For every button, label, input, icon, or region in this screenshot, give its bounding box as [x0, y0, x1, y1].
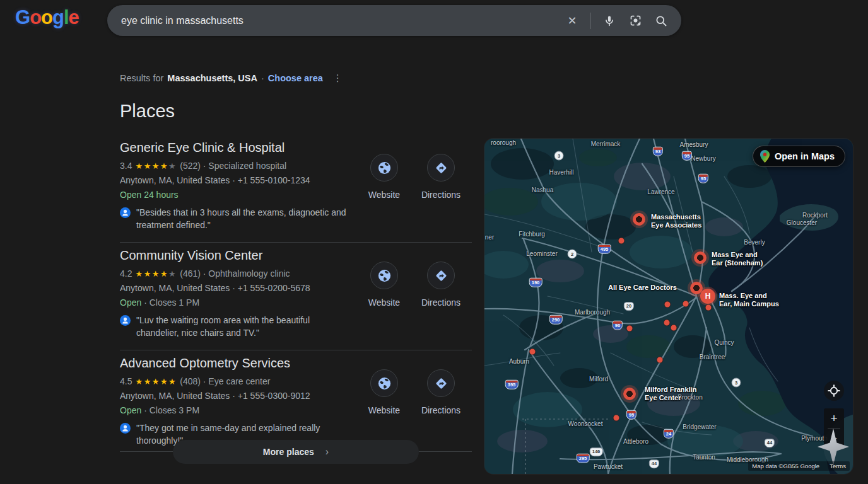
map-poi-label[interactable]: All Eye Care Doctors	[608, 284, 677, 292]
map-data-credit: Map data ©GB55 Google	[752, 463, 819, 470]
route-shield: 395	[505, 380, 519, 389]
map-poi-label[interactable]: Milford FranklinEye Center	[645, 386, 697, 402]
clear-icon[interactable]: ✕	[565, 13, 580, 28]
route-shield: 44	[765, 439, 775, 447]
hours-line: Open · Closes 1 PM	[120, 297, 352, 309]
more-options-icon[interactable]: ⋮	[333, 72, 343, 84]
google-logo[interactable]: Google	[15, 6, 79, 29]
map-marker[interactable]	[627, 326, 633, 331]
reviewer-avatar-icon	[120, 315, 131, 326]
map-panel[interactable]: rooroughMerrimackAmesburyNewburyHaverhil…	[484, 139, 853, 474]
website-button[interactable]: Website	[365, 262, 404, 308]
review-snippet: "Luv the waiting room area with the beau…	[136, 314, 351, 339]
logo-letter: l	[64, 6, 69, 28]
choose-area-link[interactable]: Choose area	[268, 73, 323, 83]
globe-icon	[370, 369, 398, 397]
place-title[interactable]: Community Vision Center	[120, 248, 352, 263]
route-shield: 44	[649, 459, 659, 468]
search-bar[interactable]: ✕	[107, 5, 681, 36]
rating-line: 4.5★★★★★(408) · Eye care center	[120, 376, 352, 388]
map-marker[interactable]	[657, 357, 663, 363]
map-city-label: Lawrence	[647, 188, 674, 195]
directions-icon	[427, 154, 455, 182]
route-shield: 95	[682, 151, 692, 161]
reviews-category: (408) · Eye care center	[180, 376, 270, 386]
map-city-label: ner	[485, 234, 494, 241]
route-shield: 295	[577, 454, 590, 463]
route-shield: 495	[598, 245, 611, 254]
maps-pin-icon	[760, 150, 770, 163]
search-input[interactable]	[121, 15, 565, 26]
rating-line: 4.2★★★★★(461) · Ophthalmology clinic	[120, 268, 352, 280]
map-city-label: Fitchburg	[519, 231, 545, 238]
my-location-icon	[828, 384, 840, 397]
route-shield: 146	[590, 447, 603, 456]
more-places-label: More places	[263, 447, 314, 457]
map-city-label: Attleboro	[623, 438, 648, 445]
reviews-category: (522) · Specialized hospital	[180, 161, 286, 171]
mic-icon[interactable]	[602, 13, 617, 28]
map-poi-label[interactable]: Mass. Eye andEar, Main Campus	[719, 292, 779, 308]
directions-button[interactable]: Directions	[421, 262, 460, 308]
open-status: Open 24 hours	[120, 190, 179, 200]
reviews-category: (461) · Ophthalmology clinic	[180, 268, 290, 279]
terms-link[interactable]: Terms	[830, 463, 846, 470]
rating-line: 3.4★★★★★(522) · Specialized hospital	[120, 160, 352, 172]
route-shield: 2	[568, 250, 577, 259]
map-marker[interactable]	[623, 388, 636, 400]
map-marker[interactable]: H	[700, 289, 715, 304]
map-city-label: Leominster	[526, 250, 557, 257]
globe-icon	[370, 262, 398, 289]
search-icon[interactable]	[654, 13, 669, 28]
directions-button[interactable]: Directions	[421, 154, 460, 200]
more-places-button[interactable]: More places ›	[173, 440, 419, 464]
map-poi-label[interactable]: MassachusettsEye Associates	[651, 213, 701, 229]
open-status: Open	[120, 405, 141, 415]
map-overlay: rooroughMerrimackAmesburyNewburyHaverhil…	[484, 139, 853, 474]
route-shield: 190	[529, 278, 542, 287]
map-marker[interactable]	[614, 415, 619, 421]
place-title[interactable]: Generic Eye Clinic & Hospital	[120, 141, 352, 155]
results-prefix: Results for	[120, 73, 163, 83]
open-status: Open	[120, 297, 141, 308]
map-marker[interactable]	[633, 213, 645, 226]
map-city-label: roorough	[491, 139, 516, 146]
address-line: Anytown, MA, United States · +1 555-0300…	[120, 390, 352, 402]
rating-value: 4.5	[120, 376, 132, 386]
place-title[interactable]: Advanced Optometry Services	[120, 356, 352, 371]
directions-label: Directions	[421, 405, 460, 415]
hours-line: Open · Closes 3 PM	[120, 405, 352, 417]
map-marker[interactable]	[664, 320, 670, 326]
map-marker[interactable]	[706, 305, 712, 311]
map-city-label: Quincy	[714, 339, 734, 346]
website-button[interactable]: Website	[365, 154, 404, 200]
reviewer-avatar-icon	[120, 207, 131, 218]
separator-dot: ·	[261, 73, 264, 83]
website-button[interactable]: Website	[365, 369, 404, 415]
open-in-maps-button[interactable]: Open in Maps	[753, 146, 845, 167]
directions-button[interactable]: Directions	[421, 369, 460, 415]
chevron-right-icon: ›	[326, 446, 329, 458]
my-location-button[interactable]	[824, 381, 844, 401]
map-city-label: Bridgewater	[683, 424, 716, 430]
map-marker[interactable]	[671, 325, 677, 331]
globe-icon	[370, 154, 398, 182]
map-marker[interactable]	[619, 238, 625, 244]
map-city-label: Haverhill	[549, 169, 574, 176]
map-marker[interactable]	[530, 349, 536, 355]
map-city-label: Rockport	[802, 212, 828, 219]
lens-icon[interactable]	[628, 13, 643, 28]
place-listing: Generic Eye Clinic & Hospital 3.4★★★★★(5…	[120, 135, 472, 243]
star-rating-icons: ★★★★★	[135, 377, 177, 386]
website-label: Website	[368, 405, 400, 415]
zoom-in-button[interactable]: +	[824, 408, 844, 428]
places-list: Generic Eye Clinic & Hospital 3.4★★★★★(5…	[120, 135, 472, 458]
map-marker[interactable]	[665, 302, 671, 308]
map-city-label: Gloucester	[787, 219, 817, 226]
map-poi-label[interactable]: Mass Eye andEar (Stoneham)	[712, 251, 763, 267]
route-shield: 90	[613, 321, 623, 330]
map-marker[interactable]	[683, 301, 689, 307]
zoom-out-button[interactable]: −	[824, 429, 844, 448]
map-marker[interactable]	[694, 251, 707, 264]
closing-time: · Closes 1 PM	[141, 297, 199, 308]
